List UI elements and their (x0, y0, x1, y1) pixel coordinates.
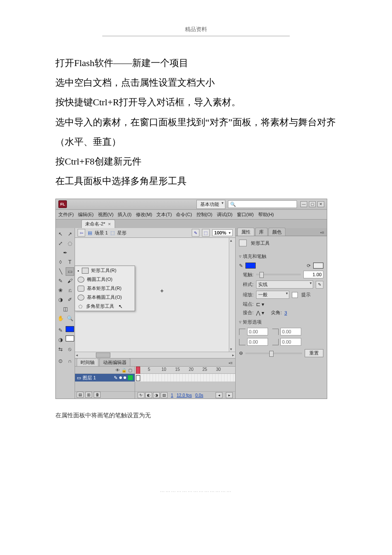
scroll-left-button[interactable]: ◂ (216, 392, 222, 398)
flyout-rectangle-tool[interactable]: ▪矩形工具(R) (75, 266, 135, 275)
brush-tool-icon[interactable]: 🖌 (66, 277, 74, 285)
delete-layer-button[interactable]: 🗑 (94, 392, 101, 398)
reset-button[interactable]: 重置 (305, 349, 323, 357)
onion-skin-button[interactable]: ◐ (145, 392, 152, 398)
swap-colors-icon[interactable]: ⇆ (56, 345, 65, 353)
vertical-scrollbar[interactable] (229, 238, 235, 352)
menu-modify[interactable]: 修改(M) (136, 211, 153, 218)
search-input[interactable] (238, 201, 295, 208)
loop-button[interactable]: ↻ (138, 392, 144, 398)
tab-properties[interactable]: 属性 (237, 228, 254, 236)
rectangle-tool-icon[interactable]: ▭ (66, 267, 74, 276)
search-box[interactable]: 🔍 (228, 200, 297, 208)
selection-tool-icon[interactable]: ↖ (56, 230, 65, 238)
edit-style-button[interactable]: ✎ (316, 281, 323, 289)
fill-color-swatch[interactable] (313, 263, 323, 269)
scale-dropdown[interactable]: 一般 (256, 291, 289, 299)
minimize-button[interactable]: — (300, 201, 307, 207)
panel-menu-icon[interactable]: ▪≡ (226, 360, 235, 366)
close-icon[interactable]: ✕ (108, 222, 111, 226)
corner-slider[interactable] (245, 353, 302, 354)
line-tool-icon[interactable]: ╲ (56, 267, 65, 276)
edit-multi-button[interactable]: ▤ (161, 392, 167, 398)
breadcrumb-symbol[interactable]: 星形 (117, 230, 127, 236)
eraser-tool-icon[interactable]: ◫ (61, 305, 69, 313)
flyout-primitive-rectangle-tool[interactable]: 基本矩形工具(R) (75, 284, 135, 293)
layer-row[interactable]: ▭ 图层 1 ✎ (75, 374, 135, 382)
menu-help[interactable]: 帮助(H) (258, 211, 274, 218)
onion-outline-button[interactable]: ◑ (153, 392, 160, 398)
section-rect-options[interactable]: 矩形选项 (239, 318, 323, 326)
tab-timeline[interactable]: 时间轴 (77, 358, 98, 366)
flyout-oval-tool[interactable]: 椭圆工具(O) (75, 275, 135, 284)
menu-control[interactable]: 控制(O) (196, 211, 213, 218)
stroke-value-input[interactable] (303, 271, 323, 278)
join-dropdown[interactable]: ⋀ ▾ (256, 310, 264, 316)
flyout-polystar-tool[interactable]: ⬠多角星形工具 ↖ (75, 302, 135, 311)
paint-bucket-tool-icon[interactable]: ◑ (56, 295, 65, 304)
corner-bl-input[interactable] (247, 338, 268, 346)
menu-insert[interactable]: 插入(I) (118, 211, 131, 218)
workspace-dropdown[interactable]: 基本功能 (196, 200, 225, 209)
lasso-tool-icon[interactable]: ◌ (66, 239, 74, 248)
corner-tl-input[interactable] (247, 328, 268, 335)
subselection-tool-icon[interactable]: ↗ (66, 230, 74, 238)
document-tab[interactable]: 未命名-2* ✕ (81, 220, 115, 228)
menu-file[interactable]: 文件(F) (58, 211, 74, 218)
menu-debug[interactable]: 调试(D) (217, 211, 233, 218)
tab-library[interactable]: 库 (255, 228, 268, 236)
tab-motion-editor[interactable]: 动画编辑器 (99, 358, 130, 366)
cap-dropdown[interactable]: ⊏ ▾ (256, 301, 264, 307)
menu-window[interactable]: 窗口(W) (237, 211, 254, 218)
stroke-color-swatch[interactable] (245, 263, 256, 269)
swap-fill-stroke-icon[interactable]: ⟳ (307, 263, 311, 269)
keyframe-icon[interactable] (136, 375, 140, 381)
pen-add-tool-icon[interactable]: ◊ (56, 258, 65, 266)
bone-tool-icon[interactable]: ⎌ (66, 286, 74, 295)
miter-value[interactable]: 3 (284, 310, 287, 315)
free-transform-tool-icon[interactable]: ⤢ (56, 239, 65, 248)
new-folder-button[interactable]: ▥ (85, 392, 92, 398)
option-snap-icon[interactable]: ⊙ (56, 357, 65, 365)
corner-tr-input[interactable] (280, 328, 301, 335)
text-tool-icon[interactable]: T (66, 258, 74, 266)
eyedropper-tool-icon[interactable]: ✐ (66, 295, 74, 304)
stroke-color-swatch[interactable] (66, 326, 74, 332)
eye-icon[interactable]: 👁 (115, 368, 120, 373)
outline-icon[interactable]: ▢ (128, 368, 132, 373)
deco-tool-icon[interactable]: ❀ (56, 286, 65, 295)
stroke-slider[interactable] (256, 274, 301, 275)
frame-lane[interactable] (135, 374, 235, 382)
hand-tool-icon[interactable]: ✋ (56, 314, 65, 323)
menu-view[interactable]: 视图(V) (98, 211, 114, 218)
corner-br-input[interactable] (280, 338, 301, 346)
no-color-icon[interactable]: ⦸ (66, 345, 74, 353)
tab-swatches[interactable]: 颜色 (268, 228, 285, 236)
menu-edit[interactable]: 编辑(E) (78, 211, 94, 218)
maximize-button[interactable]: ▢ (309, 201, 316, 207)
menu-commands[interactable]: 命令(C) (176, 211, 192, 218)
edit-scene-button[interactable]: ✎ (192, 229, 199, 237)
menu-text[interactable]: 文本(T) (156, 211, 172, 218)
pencil-tool-icon[interactable]: ✎ (56, 277, 65, 285)
fill-color-swatch[interactable] (66, 335, 74, 341)
option-magnet-icon[interactable]: ∩ (66, 357, 74, 365)
scroll-right-button[interactable]: ▸ (226, 392, 233, 398)
section-fill-stroke[interactable]: 填充和笔触 (239, 252, 323, 260)
new-layer-button[interactable]: ▤ (77, 392, 84, 398)
lock-icon[interactable]: 🔒 (121, 368, 127, 373)
horizontal-scrollbar[interactable] (75, 352, 235, 358)
frame-ruler[interactable]: 5 10 15 20 25 30 (135, 367, 235, 374)
lock-corners-icon[interactable]: ⊖ (239, 350, 243, 356)
edit-symbol-button[interactable]: ⬚ (202, 229, 210, 237)
style-dropdown[interactable]: 实线 (256, 280, 313, 289)
flyout-primitive-oval-tool[interactable]: 基本椭圆工具(O) (75, 293, 135, 302)
back-button[interactable]: ⇦ (78, 229, 85, 237)
hint-checkbox[interactable] (292, 292, 298, 298)
close-button[interactable]: ✕ (317, 201, 324, 207)
zoom-tool-icon[interactable]: 🔍 (66, 314, 74, 323)
playhead-icon[interactable] (136, 367, 140, 374)
pen-tool-icon[interactable]: ✒ (61, 249, 69, 257)
zoom-dropdown[interactable]: 100% ▾ (212, 229, 233, 236)
breadcrumb-scene[interactable]: 场景 1 (95, 230, 108, 236)
